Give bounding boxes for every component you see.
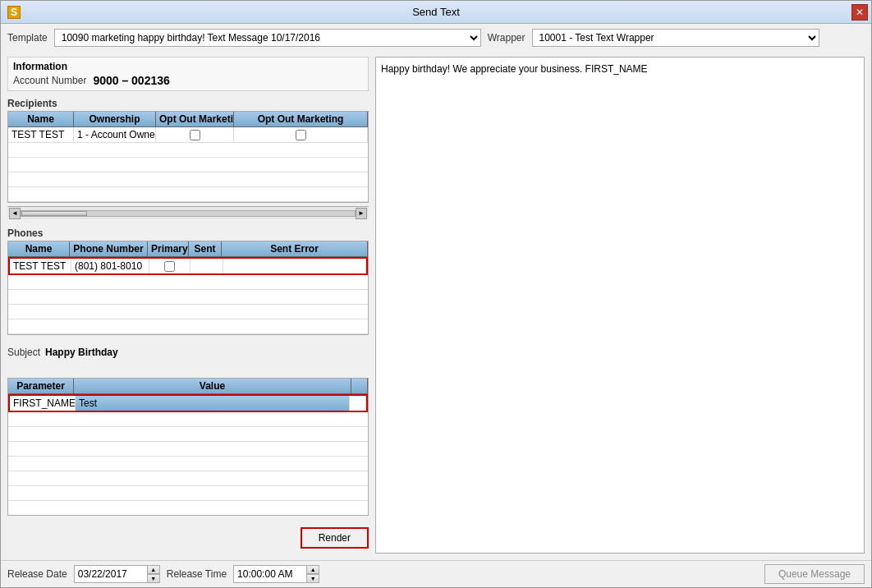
opt-email-checkbox[interactable] (190, 130, 200, 140)
template-label: Template (7, 32, 48, 44)
date-spin-down[interactable]: ▼ (147, 574, 160, 583)
left-panel: Information Account Number 9000 – 002136… (7, 57, 369, 554)
recipients-section: Recipients Name Ownership Opt Out Market… (7, 98, 369, 219)
footer-right: Queue Message (764, 564, 865, 584)
subject-label: Subject (7, 347, 40, 358)
right-panel: Happy birthday! We appreciate your busin… (375, 57, 865, 554)
primary-checkbox[interactable] (164, 261, 175, 272)
date-spin-up[interactable]: ▲ (147, 565, 160, 574)
title-bar: S Send Text ✕ (1, 1, 871, 24)
render-row: Render (7, 527, 369, 549)
time-spin-up[interactable]: ▲ (306, 565, 319, 574)
cell-opt-marketing (234, 127, 368, 142)
phones-header: Name Phone Number Primary Sent Sent Erro… (8, 241, 368, 257)
col-opt-marketing: Opt Out Marketing (234, 112, 368, 126)
param-col-value: Value (74, 379, 351, 393)
account-number-label: Account Number (13, 75, 86, 86)
empty-row (8, 143, 368, 158)
empty-row (8, 275, 368, 290)
phone-col-sent: Sent (189, 241, 222, 256)
footer-row: Release Date ▲ ▼ Release Time ▲ ▼ Queue … (1, 560, 871, 587)
release-date-label: Release Date (7, 568, 67, 580)
scroll-left-arrow[interactable]: ◄ (9, 208, 21, 219)
release-time-control: ▲ ▼ (233, 565, 319, 583)
close-button[interactable]: ✕ (851, 4, 868, 21)
scroll-right-arrow[interactable]: ► (356, 208, 367, 219)
param-col-param: Parameter (8, 379, 74, 393)
window-icon: S (7, 6, 21, 19)
account-number-row: Account Number 9000 – 002136 (13, 74, 363, 87)
phone-cell-error (223, 259, 366, 273)
time-spinner: ▲ ▼ (306, 565, 319, 583)
subject-row: Subject Happy Birthday (7, 347, 369, 358)
empty-row (8, 427, 368, 442)
col-opt-email: Opt Out Marketing Email (156, 112, 234, 126)
col-name: Name (8, 112, 74, 126)
phone-cell-sent (190, 259, 223, 273)
phone-col-primary: Primary (148, 241, 189, 256)
empty-row (8, 319, 368, 334)
empty-row (8, 442, 368, 457)
phone-cell-number: (801) 801-8010 (71, 259, 149, 273)
table-row[interactable]: TEST TEST (801) 801-8010 (8, 257, 368, 275)
param-col-extra (351, 379, 368, 393)
param-cell-value: Test (76, 396, 350, 411)
recipients-scrollbar[interactable]: ◄ ► (7, 206, 369, 219)
empty-row (8, 187, 368, 202)
phones-grid: Name Phone Number Primary Sent Sent Erro… (7, 241, 369, 335)
recipients-label: Recipients (7, 98, 369, 109)
release-date-control: ▲ ▼ (74, 565, 160, 583)
empty-row (8, 172, 368, 187)
cell-ownership: 1 - Account Owner (74, 127, 156, 142)
release-time-input[interactable] (233, 565, 307, 583)
scrollbar-track[interactable] (21, 210, 356, 217)
phones-label: Phones (7, 227, 369, 239)
wrapper-label: Wrapper (488, 32, 525, 44)
information-section: Information Account Number 9000 – 002136 (7, 57, 369, 91)
empty-row (8, 471, 368, 486)
release-date-input[interactable] (74, 565, 148, 583)
empty-row (8, 457, 368, 471)
top-form-row: Template 10090 marketing happy birthday!… (1, 24, 871, 50)
opt-marketing-checkbox[interactable] (296, 130, 306, 140)
account-number-value: 9000 – 002136 (93, 74, 169, 87)
table-row[interactable]: FIRST_NAME Test (8, 394, 368, 412)
cell-name: TEST TEST (8, 127, 74, 142)
window-title: Send Text (412, 6, 460, 18)
empty-row (8, 290, 368, 305)
empty-row (8, 486, 368, 501)
wrapper-select[interactable]: 10001 - Test Text Wrapper (532, 29, 819, 47)
template-select[interactable]: 10090 marketing happy birthday! Text Mes… (54, 29, 481, 47)
empty-row (8, 501, 368, 516)
information-title: Information (13, 61, 363, 72)
phone-cell-primary (149, 259, 190, 273)
params-grid: Parameter Value FIRST_NAME Test (7, 378, 369, 516)
phone-col-error: Sent Error (222, 241, 368, 256)
render-button[interactable]: Render (301, 527, 369, 549)
params-header: Parameter Value (8, 379, 368, 394)
phones-section: Phones Name Phone Number Primary Sent Se… (7, 227, 369, 338)
phone-col-number: Phone Number (70, 241, 148, 256)
recipients-grid: Name Ownership Opt Out Marketing Email O… (7, 111, 369, 203)
spacer (7, 366, 369, 374)
recipients-header: Name Ownership Opt Out Marketing Email O… (8, 112, 368, 127)
phone-cell-name: TEST TEST (10, 259, 71, 273)
main-content: Information Account Number 9000 – 002136… (1, 50, 871, 560)
time-spin-down[interactable]: ▼ (306, 574, 319, 583)
phone-col-name: Name (8, 241, 70, 256)
cell-opt-email (156, 127, 234, 142)
main-window: S Send Text ✕ Template 10090 marketing h… (0, 0, 872, 588)
table-row[interactable]: TEST TEST 1 - Account Owner (8, 127, 368, 143)
param-cell-extra (350, 396, 366, 411)
col-ownership: Ownership (74, 112, 156, 126)
empty-row (8, 412, 368, 427)
queue-message-button[interactable]: Queue Message (764, 564, 865, 584)
empty-row (8, 305, 368, 319)
release-time-label: Release Time (167, 568, 227, 580)
scrollbar-thumb[interactable] (21, 211, 87, 216)
param-cell-name: FIRST_NAME (10, 396, 76, 411)
subject-value: Happy Birthday (45, 347, 118, 358)
preview-textarea[interactable]: Happy birthday! We appreciate your busin… (375, 57, 865, 554)
empty-row (8, 158, 368, 172)
date-spinner: ▲ ▼ (147, 565, 160, 583)
